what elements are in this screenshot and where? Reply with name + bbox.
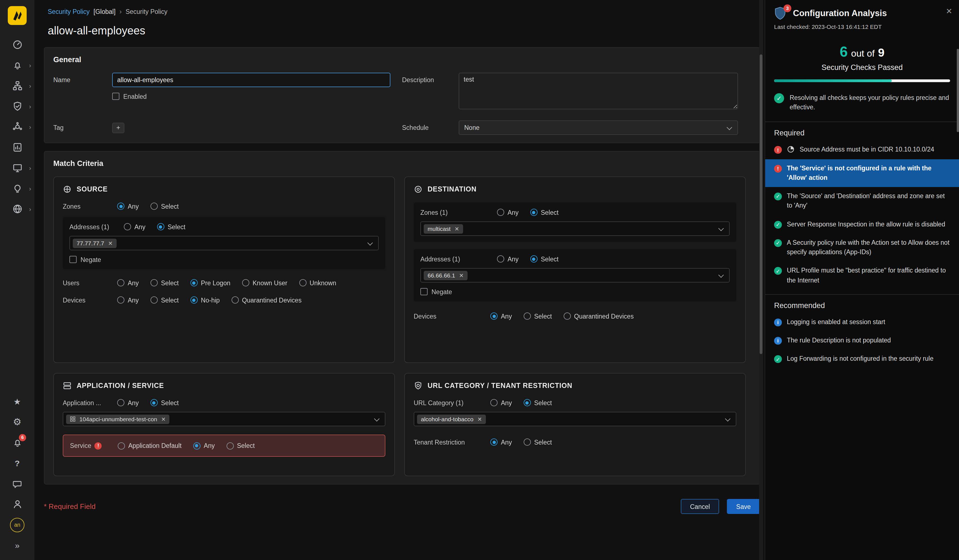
dest-zones-select-radio[interactable]: Select bbox=[530, 209, 559, 216]
source-devices-any-radio[interactable]: Any bbox=[117, 296, 139, 304]
sidebar-item-user[interactable] bbox=[0, 494, 34, 514]
sidebar-item-favorites[interactable]: ★ bbox=[0, 391, 34, 412]
dest-zones-any-radio[interactable]: Any bbox=[497, 209, 519, 216]
score-passed: 6 bbox=[840, 43, 847, 60]
dest-devices-select-radio[interactable]: Select bbox=[524, 312, 552, 320]
check-icon: ✓ bbox=[774, 192, 782, 200]
tenant-select-radio[interactable]: Select bbox=[524, 439, 552, 445]
analysis-item[interactable]: ✓ A Security policy rule with the Action… bbox=[765, 234, 959, 262]
application-select-radio[interactable]: Select bbox=[150, 399, 179, 406]
enabled-checkbox[interactable] bbox=[112, 93, 119, 100]
analysis-item[interactable]: i Logging is enabled at session start bbox=[765, 313, 959, 332]
application-combobox[interactable]: 104apci-unnumbered-test-con ✕ bbox=[63, 412, 386, 426]
users-any-radio[interactable]: Any bbox=[117, 279, 139, 286]
users-known-user-radio[interactable]: Known User bbox=[242, 279, 287, 286]
sidebar-item-account[interactable]: an bbox=[0, 514, 34, 535]
globe-icon bbox=[12, 204, 22, 214]
remove-chip-icon[interactable]: ✕ bbox=[161, 416, 166, 422]
source-addresses-any-radio[interactable]: Any bbox=[124, 223, 145, 230]
devices-label: Devices bbox=[414, 313, 490, 320]
cancel-button[interactable]: Cancel bbox=[680, 499, 719, 514]
avatar[interactable]: an bbox=[10, 517, 24, 532]
main-scrollbar[interactable] bbox=[759, 0, 763, 560]
destination-panel: DESTINATION Zones (1) Any Select bbox=[404, 177, 746, 363]
tenant-any-radio[interactable]: Any bbox=[490, 439, 512, 445]
form-footer: * Required Field Cancel Save bbox=[44, 499, 760, 514]
dest-addresses-select-radio[interactable]: Select bbox=[530, 255, 559, 262]
url-category-combobox[interactable]: alcohol-and-tobacco ✕ bbox=[414, 412, 736, 426]
chevron-down-icon bbox=[718, 272, 724, 278]
sidebar-item-network[interactable]: › bbox=[0, 75, 34, 96]
service-any-radio[interactable]: Any bbox=[193, 442, 215, 449]
close-icon[interactable]: ✕ bbox=[946, 7, 952, 16]
star-icon: ★ bbox=[14, 398, 21, 406]
sidebar-item-help[interactable]: ? bbox=[0, 453, 34, 473]
sidebar-item-reports[interactable] bbox=[0, 137, 34, 158]
analysis-item[interactable]: ! Source Address must be in CIDR 10.10.1… bbox=[765, 141, 959, 159]
error-icon: ! bbox=[774, 165, 782, 172]
score-of-label: out of bbox=[851, 48, 875, 59]
url-category-select-radio[interactable]: Select bbox=[524, 399, 552, 406]
sidebar-item-objects[interactable]: › bbox=[0, 116, 34, 137]
source-devices-no-hip-radio[interactable]: No-hip bbox=[190, 296, 220, 304]
sidebar-item-feedback[interactable] bbox=[0, 473, 34, 494]
analysis-item-selected[interactable]: ! The 'Service' is not configured in a r… bbox=[765, 159, 959, 187]
destination-addresses-combobox[interactable]: 66.66.66.1 ✕ bbox=[421, 268, 730, 283]
notification-badge: 6 bbox=[19, 434, 26, 441]
users-pre-logon-radio[interactable]: Pre Logon bbox=[190, 279, 231, 286]
info-icon: i bbox=[774, 337, 782, 345]
sidebar-item-devices[interactable]: › bbox=[0, 158, 34, 178]
service-select-radio[interactable]: Select bbox=[226, 442, 255, 449]
sidebar-item-security-services[interactable]: › bbox=[0, 96, 34, 116]
source-zones-any-radio[interactable]: Any bbox=[117, 202, 139, 210]
analysis-item[interactable]: ✓ Log Forwarding is not configured in th… bbox=[765, 350, 959, 369]
name-input[interactable] bbox=[112, 73, 390, 87]
general-card: General Name Enabled Description test Ta… bbox=[44, 47, 760, 143]
grid-icon bbox=[70, 416, 75, 422]
dest-devices-quarantined-radio[interactable]: Quarantined Devices bbox=[564, 312, 634, 320]
add-tag-button[interactable]: + bbox=[112, 123, 124, 133]
users-unknown-radio[interactable]: Unknown bbox=[299, 279, 336, 286]
sidebar-item-alerts[interactable]: › bbox=[0, 55, 34, 75]
schedule-select[interactable]: None bbox=[459, 121, 738, 135]
destination-zones-combobox[interactable]: multicast ✕ bbox=[421, 221, 730, 236]
source-devices-select-radio[interactable]: Select bbox=[150, 296, 179, 304]
analysis-item[interactable]: i The rule Description is not populated bbox=[765, 331, 959, 350]
remove-chip-icon[interactable]: ✕ bbox=[477, 416, 482, 422]
collapse-sidebar-button[interactable]: » bbox=[0, 535, 34, 555]
sidebar-item-notifications[interactable]: 6 bbox=[0, 432, 34, 453]
users-select-radio[interactable]: Select bbox=[150, 279, 179, 286]
source-devices-quarantined-radio[interactable]: Quarantined Devices bbox=[231, 296, 301, 304]
url-category-label: URL Category (1) bbox=[414, 399, 490, 406]
analysis-item[interactable]: ✓ URL Profile must be "best practice" fo… bbox=[765, 262, 959, 290]
analysis-item[interactable]: ✓ The 'Source' and 'Destination' address… bbox=[765, 187, 959, 215]
destination-negate-checkbox[interactable] bbox=[421, 288, 428, 295]
chevron-right-icon: › bbox=[29, 62, 31, 68]
save-button[interactable]: Save bbox=[727, 499, 760, 514]
description-textarea[interactable]: test bbox=[459, 73, 738, 109]
address-chip: 66.66.66.1 ✕ bbox=[424, 270, 468, 280]
scrollbar-thumb[interactable] bbox=[760, 54, 762, 354]
sidebar-item-settings[interactable]: ⚙ bbox=[0, 412, 34, 432]
dest-devices-any-radio[interactable]: Any bbox=[490, 312, 512, 320]
remove-chip-icon[interactable]: ✕ bbox=[108, 240, 113, 246]
application-any-radio[interactable]: Any bbox=[117, 399, 139, 406]
sidebar-item-insights[interactable]: › bbox=[0, 178, 34, 199]
remove-chip-icon[interactable]: ✕ bbox=[454, 226, 459, 232]
source-addresses-combobox[interactable]: 77.77.77.7 ✕ bbox=[69, 236, 379, 250]
breadcrumb-root-link[interactable]: Security Policy bbox=[48, 8, 90, 15]
panel-scrollbar-thumb[interactable] bbox=[957, 49, 959, 132]
sidebar-item-global[interactable]: › bbox=[0, 199, 34, 219]
service-application-default-radio[interactable]: Application Default bbox=[118, 442, 182, 449]
remove-chip-icon[interactable]: ✕ bbox=[459, 272, 464, 278]
chevron-down-icon bbox=[374, 416, 379, 422]
analysis-item[interactable]: ✓ Server Response Inspection in the allo… bbox=[765, 215, 959, 234]
breadcrumb-current: Security Policy bbox=[126, 8, 167, 15]
source-zones-select-radio[interactable]: Select bbox=[150, 202, 179, 210]
chevron-right-icon: › bbox=[29, 103, 31, 110]
source-addresses-select-radio[interactable]: Select bbox=[157, 223, 185, 230]
source-negate-checkbox[interactable] bbox=[69, 256, 76, 263]
url-category-any-radio[interactable]: Any bbox=[490, 399, 512, 406]
sidebar-item-dashboard[interactable] bbox=[0, 34, 34, 55]
dest-addresses-any-radio[interactable]: Any bbox=[497, 255, 519, 262]
